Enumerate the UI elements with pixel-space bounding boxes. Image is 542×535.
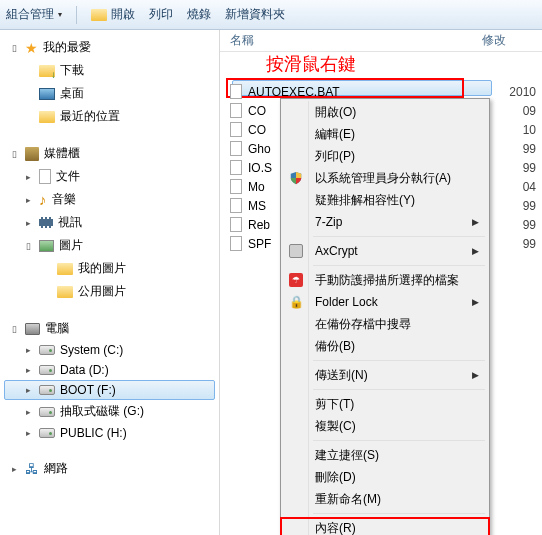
network-icon: 🖧 — [25, 461, 39, 477]
column-header-name[interactable]: 名稱 — [220, 32, 482, 49]
file-name: IO.S — [248, 161, 272, 175]
sidebar-item-downloads[interactable]: 下載 — [4, 59, 215, 82]
column-header-modified[interactable]: 修改 — [482, 32, 542, 49]
sidebar-item-pictures[interactable]: ▯圖片 — [4, 234, 215, 257]
menu-backup-search[interactable]: 在備份存檔中搜尋 — [283, 313, 487, 335]
context-menu: 開啟(O) 編輯(E) 列印(P) 以系統管理員身分執行(A) 疑難排解相容性(… — [280, 98, 490, 535]
menu-backup[interactable]: 備份(B) — [283, 335, 487, 357]
organize-menu[interactable]: 組合管理 ▾ — [6, 6, 62, 23]
menu-edit[interactable]: 編輯(E) — [283, 123, 487, 145]
annotation-right-click: 按滑鼠右鍵 — [266, 52, 356, 76]
library-icon — [25, 147, 39, 161]
file-icon — [230, 198, 242, 213]
sidebar-item-music[interactable]: ▸♪音樂 — [4, 188, 215, 211]
desktop-icon — [39, 88, 55, 100]
folder-icon — [57, 263, 73, 275]
folder-icon — [57, 286, 73, 298]
submenu-arrow-icon: ▶ — [472, 217, 479, 227]
submenu-arrow-icon: ▶ — [472, 297, 479, 307]
sidebar-item-videos[interactable]: ▸視訊 — [4, 211, 215, 234]
menu-folder-lock[interactable]: 🔒Folder Lock▶ — [283, 291, 487, 313]
file-icon — [230, 160, 242, 175]
open-button[interactable]: 開啟 — [91, 6, 135, 23]
file-date: 09 — [523, 104, 536, 118]
computer-icon — [25, 323, 40, 335]
lock-icon: 🔒 — [287, 295, 305, 309]
sidebar-item-recent[interactable]: 最近的位置 — [4, 105, 215, 128]
libraries-node[interactable]: ▯媒體櫃 — [4, 142, 215, 165]
menu-axcrypt[interactable]: AxCrypt▶ — [283, 240, 487, 262]
file-date: 99 — [523, 237, 536, 251]
sidebar-item-drive-g[interactable]: ▸抽取式磁碟 (G:) — [4, 400, 215, 423]
file-name: Gho — [248, 142, 271, 156]
menu-troubleshoot[interactable]: 疑難排解相容性(Y) — [283, 189, 487, 211]
file-date: 99 — [523, 218, 536, 232]
file-icon — [230, 122, 242, 137]
star-icon: ★ — [25, 40, 38, 56]
menu-send-to[interactable]: 傳送到(N)▶ — [283, 364, 487, 386]
menu-print[interactable]: 列印(P) — [283, 145, 487, 167]
print-button[interactable]: 列印 — [149, 6, 173, 23]
file-date: 10 — [523, 123, 536, 137]
file-name: MS — [248, 199, 266, 213]
file-name: Mo — [248, 180, 265, 194]
submenu-arrow-icon: ▶ — [472, 370, 479, 380]
file-name: CO — [248, 123, 266, 137]
file-icon — [230, 217, 242, 232]
drive-icon — [39, 428, 55, 438]
sidebar-item-drive-f[interactable]: ▸BOOT (F:) — [4, 380, 215, 400]
burn-button[interactable]: 燒錄 — [187, 6, 211, 23]
video-icon — [39, 217, 53, 228]
file-icon — [230, 103, 242, 118]
avira-icon: ☂ — [287, 273, 305, 287]
drive-icon — [39, 345, 55, 355]
file-name: SPF — [248, 237, 271, 251]
menu-copy[interactable]: 複製(C) — [283, 415, 487, 437]
file-date: 04 — [523, 180, 536, 194]
music-icon: ♪ — [39, 191, 47, 208]
folder-icon — [39, 111, 55, 123]
file-icon — [230, 179, 242, 194]
sidebar-item-publicpics[interactable]: 公用圖片 — [4, 280, 215, 303]
menu-cut[interactable]: 剪下(T) — [283, 393, 487, 415]
download-icon — [39, 65, 55, 77]
menu-open[interactable]: 開啟(O) — [283, 101, 487, 123]
sidebar-item-drive-c[interactable]: ▸System (C:) — [4, 340, 215, 360]
menu-rename[interactable]: 重新命名(M) — [283, 488, 487, 510]
shield-icon — [287, 171, 305, 185]
file-name: Reb — [248, 218, 270, 232]
drive-icon — [39, 407, 55, 417]
file-date: 99 — [523, 199, 536, 213]
sidebar-item-documents[interactable]: ▸文件 — [4, 165, 215, 188]
file-date: 99 — [523, 142, 536, 156]
file-date: 2010 — [509, 85, 536, 99]
new-folder-button[interactable]: 新增資料夾 — [225, 6, 285, 23]
menu-delete[interactable]: 刪除(D) — [283, 466, 487, 488]
navigation-pane: ▯★我的最愛 下載 桌面 最近的位置 ▯媒體櫃 ▸文件 ▸♪音樂 ▸視訊 ▯圖片… — [0, 30, 220, 535]
picture-icon — [39, 240, 54, 252]
file-icon — [230, 84, 242, 99]
drive-icon — [39, 385, 55, 395]
sidebar-item-drive-h[interactable]: ▸PUBLIC (H:) — [4, 423, 215, 443]
network-node[interactable]: ▸🖧網路 — [4, 457, 215, 480]
menu-run-as-admin[interactable]: 以系統管理員身分執行(A) — [283, 167, 487, 189]
file-icon — [230, 236, 242, 251]
sidebar-item-desktop[interactable]: 桌面 — [4, 82, 215, 105]
menu-create-shortcut[interactable]: 建立捷徑(S) — [283, 444, 487, 466]
menu-properties[interactable]: 內容(R) — [283, 517, 487, 535]
computer-node[interactable]: ▯電腦 — [4, 317, 215, 340]
menu-avira-scan[interactable]: ☂手動防護掃描所選擇的檔案 — [283, 269, 487, 291]
document-icon — [39, 169, 51, 184]
axcrypt-icon — [287, 244, 305, 258]
sidebar-item-drive-d[interactable]: ▸Data (D:) — [4, 360, 215, 380]
menu-7zip[interactable]: 7-Zip▶ — [283, 211, 487, 233]
file-date: 99 — [523, 161, 536, 175]
file-name: AUTOEXEC.BAT — [248, 85, 340, 99]
file-name: CO — [248, 104, 266, 118]
file-icon — [230, 141, 242, 156]
submenu-arrow-icon: ▶ — [472, 246, 479, 256]
sidebar-item-mypics[interactable]: 我的圖片 — [4, 257, 215, 280]
favorites-node[interactable]: ▯★我的最愛 — [4, 36, 215, 59]
drive-icon — [39, 365, 55, 375]
